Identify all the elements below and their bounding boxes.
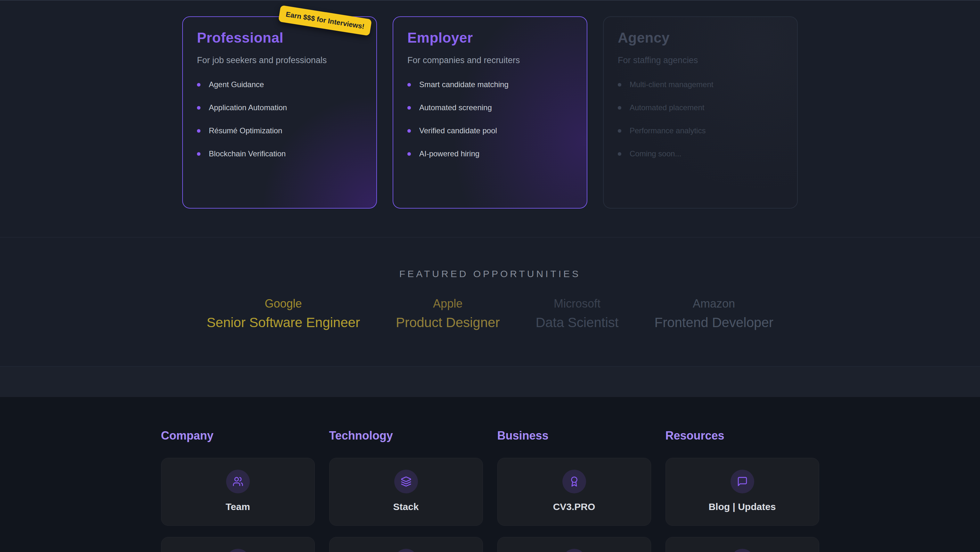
footer-card-label: Team	[226, 501, 250, 512]
users-icon	[226, 470, 250, 493]
layers-icon	[394, 470, 418, 493]
feature-label: Coming soon...	[630, 149, 681, 158]
bullet-icon	[407, 152, 411, 156]
plan-feature: AI-powered hiring	[407, 149, 573, 158]
plan-subtitle: For job seekers and professionals	[197, 56, 362, 65]
plan-card-agency[interactable]: Agency For staffing agencies Multi-clien…	[603, 16, 798, 209]
feature-label: Application Automation	[209, 103, 287, 112]
plan-feature: Coming soon...	[618, 149, 783, 158]
plan-feature-list: Multi-client management Automated placem…	[618, 80, 783, 158]
footer-card-label: Stack	[393, 501, 418, 512]
bullet-icon	[197, 129, 200, 132]
plan-title-employer: Employer	[407, 30, 573, 46]
feature-label: Agent Guidance	[209, 80, 264, 89]
bullet-icon	[407, 129, 411, 132]
plan-subtitle: For companies and recruiters	[407, 56, 573, 65]
plan-feature: Smart candidate matching	[407, 80, 573, 89]
footer-heading-resources: Resources	[665, 430, 819, 442]
message-square-icon	[730, 470, 754, 493]
feature-label: Automated screening	[419, 103, 492, 112]
footer-heading-technology: Technology	[329, 430, 483, 442]
job-company: Amazon	[655, 297, 773, 310]
job-company: Apple	[396, 297, 500, 310]
bullet-icon	[618, 152, 621, 156]
footer-heading-company: Company	[161, 430, 315, 442]
footer-column-technology: Technology Stack	[329, 430, 483, 552]
feature-label: Smart candidate matching	[419, 80, 509, 89]
bullet-icon	[618, 83, 621, 86]
plan-feature-list: Agent Guidance Application Automation Ré…	[197, 80, 362, 158]
plan-feature: Application Automation	[197, 103, 362, 112]
plan-feature: Verified candidate pool	[407, 126, 573, 135]
footer-card-blog[interactable]: Blog | Updates	[665, 458, 819, 526]
footer-card-label: Blog | Updates	[708, 501, 776, 512]
hidden-icon	[562, 549, 586, 552]
footer-grid: Company Team Technology	[161, 430, 819, 552]
plan-card-employer[interactable]: Employer For companies and recruiters Sm…	[393, 16, 587, 209]
plan-feature-list: Smart candidate matching Automated scree…	[407, 80, 573, 158]
job-role: Data Scientist	[536, 315, 619, 330]
plan-feature: Résumé Optimization	[197, 126, 362, 135]
job-company: Google	[207, 297, 360, 310]
plan-title-professional: Professional	[197, 30, 362, 46]
feature-label: Performance analytics	[630, 126, 706, 135]
plan-card-professional[interactable]: Earn $$$ for Interviews! Professional Fo…	[182, 16, 377, 209]
spacer-band	[0, 367, 980, 397]
feature-label: Multi-client management	[630, 80, 713, 89]
footer-column-company: Company Team	[161, 430, 315, 552]
job-role: Frontend Developer	[655, 315, 773, 330]
footer-card-partial[interactable]	[665, 537, 819, 552]
bullet-icon	[618, 106, 621, 110]
plan-feature: Blockchain Verification	[197, 149, 362, 158]
footer-card-stack[interactable]: Stack	[329, 458, 483, 526]
feature-label: Résumé Optimization	[209, 126, 282, 135]
award-icon	[562, 470, 586, 493]
bullet-icon	[407, 106, 411, 110]
plan-subtitle: For staffing agencies	[618, 56, 783, 65]
feature-label: Automated placement	[630, 103, 704, 112]
feature-label: AI-powered hiring	[419, 149, 479, 158]
featured-opportunities-section: FEATURED OPPORTUNITIES Google Senior Sof…	[0, 238, 980, 367]
featured-heading: FEATURED OPPORTUNITIES	[0, 268, 980, 279]
footer-card-team[interactable]: Team	[161, 458, 315, 526]
bullet-icon	[407, 83, 411, 86]
feature-label: Verified candidate pool	[419, 126, 497, 135]
plan-feature: Multi-client management	[618, 80, 783, 89]
plan-feature: Agent Guidance	[197, 80, 362, 89]
featured-job-apple[interactable]: Apple Product Designer	[396, 297, 500, 330]
footer: Company Team Technology	[0, 397, 980, 552]
hidden-icon	[394, 549, 418, 552]
plan-feature: Performance analytics	[618, 126, 783, 135]
footer-card-partial[interactable]	[497, 537, 651, 552]
plan-title-agency: Agency	[618, 30, 783, 46]
footer-column-business: Business CV3.PRO	[497, 430, 651, 552]
hidden-icon	[730, 549, 754, 552]
featured-job-google[interactable]: Google Senior Software Engineer	[207, 297, 360, 330]
featured-job-amazon[interactable]: Amazon Frontend Developer	[655, 297, 773, 330]
plan-feature: Automated placement	[618, 103, 783, 112]
hidden-icon	[226, 549, 250, 552]
featured-job-microsoft[interactable]: Microsoft Data Scientist	[536, 297, 619, 330]
bullet-icon	[197, 152, 200, 156]
plans-section: Earn $$$ for Interviews! Professional Fo…	[0, 1, 980, 238]
bullet-icon	[197, 83, 200, 86]
footer-card-cv3pro[interactable]: CV3.PRO	[497, 458, 651, 526]
job-role: Product Designer	[396, 315, 500, 330]
job-role: Senior Software Engineer	[207, 315, 360, 330]
bullet-icon	[618, 129, 621, 132]
featured-jobs-carousel: Google Senior Software Engineer Apple Pr…	[0, 297, 980, 330]
job-company: Microsoft	[536, 297, 619, 310]
footer-card-partial[interactable]	[329, 537, 483, 552]
landing-page: Earn $$$ for Interviews! Professional Fo…	[0, 0, 980, 552]
plan-feature: Automated screening	[407, 103, 573, 112]
feature-label: Blockchain Verification	[209, 149, 286, 158]
footer-card-partial[interactable]	[161, 537, 315, 552]
bullet-icon	[197, 106, 200, 110]
footer-card-label: CV3.PRO	[553, 501, 595, 512]
footer-heading-business: Business	[497, 430, 651, 442]
footer-column-resources: Resources Blog | Updates	[665, 430, 819, 552]
